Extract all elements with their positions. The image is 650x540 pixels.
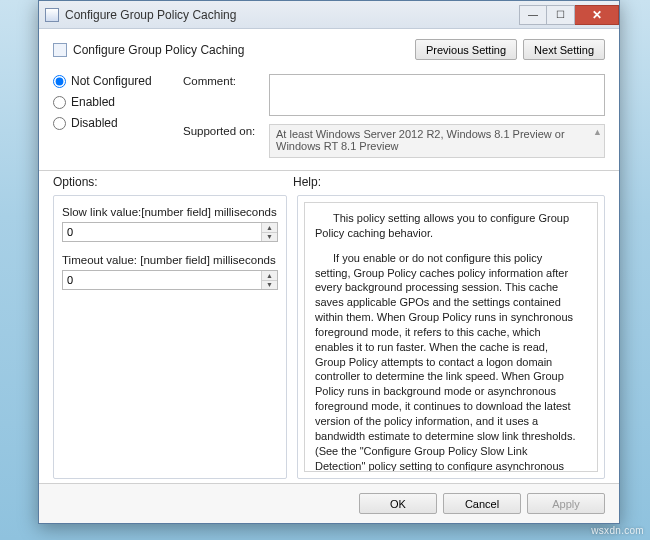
radio-enabled[interactable]: Enabled bbox=[53, 95, 165, 109]
window-title: Configure Group Policy Caching bbox=[65, 8, 236, 22]
timeout-input[interactable] bbox=[63, 271, 261, 289]
bottom-bar: OK Cancel Apply bbox=[39, 483, 619, 523]
minimize-icon: — bbox=[528, 9, 538, 20]
slow-link-spin-buttons: ▲ ▼ bbox=[261, 223, 277, 241]
timeout-spin-buttons: ▲ ▼ bbox=[261, 271, 277, 289]
radio-not-configured-input[interactable] bbox=[53, 75, 66, 88]
supported-row: Supported on: At least Windows Server 20… bbox=[183, 124, 605, 158]
previous-setting-button[interactable]: Previous Setting bbox=[415, 39, 517, 60]
supported-label: Supported on: bbox=[183, 124, 261, 137]
help-panel: This policy setting allows you to config… bbox=[297, 195, 605, 479]
options-panel: Slow link value:[number field] milliseco… bbox=[53, 195, 287, 479]
system-buttons: — ☐ ✕ bbox=[519, 5, 619, 25]
slow-link-spin-down[interactable]: ▼ bbox=[262, 233, 277, 242]
comment-label: Comment: bbox=[183, 74, 261, 87]
maximize-button[interactable]: ☐ bbox=[547, 5, 575, 25]
radio-disabled[interactable]: Disabled bbox=[53, 116, 165, 130]
radio-disabled-input[interactable] bbox=[53, 117, 66, 130]
radio-disabled-label: Disabled bbox=[71, 116, 118, 130]
help-text[interactable]: This policy setting allows you to config… bbox=[304, 202, 598, 472]
slow-link-spinner[interactable]: ▲ ▼ bbox=[62, 222, 278, 242]
supported-on-text: At least Windows Server 2012 R2, Windows… bbox=[269, 124, 605, 158]
comment-column: Comment: Supported on: At least Windows … bbox=[183, 74, 605, 158]
help-paragraph-1: This policy setting allows you to config… bbox=[315, 211, 579, 241]
close-icon: ✕ bbox=[592, 8, 602, 22]
timeout-spinner[interactable]: ▲ ▼ bbox=[62, 270, 278, 290]
nav-buttons: Previous Setting Next Setting bbox=[415, 39, 605, 60]
app-icon bbox=[45, 8, 59, 22]
radio-enabled-label: Enabled bbox=[71, 95, 115, 109]
state-radio-group: Not Configured Enabled Disabled bbox=[53, 74, 165, 158]
timeout-spin-down[interactable]: ▼ bbox=[262, 281, 277, 290]
top-section: Configure Group Policy Caching Previous … bbox=[39, 29, 619, 171]
close-button[interactable]: ✕ bbox=[575, 5, 619, 25]
slow-link-label: Slow link value:[number field] milliseco… bbox=[62, 206, 278, 218]
split-labels: Options: Help: bbox=[39, 171, 619, 189]
watermark: wsxdn.com bbox=[591, 525, 644, 536]
state-area: Not Configured Enabled Disabled Comment: bbox=[53, 74, 605, 158]
radio-enabled-input[interactable] bbox=[53, 96, 66, 109]
policy-icon bbox=[53, 43, 67, 57]
slow-link-spin-up[interactable]: ▲ bbox=[262, 223, 277, 233]
mid-area: Slow link value:[number field] milliseco… bbox=[39, 189, 619, 483]
header-row: Configure Group Policy Caching Previous … bbox=[53, 39, 605, 60]
help-paragraph-2: If you enable or do not configure this p… bbox=[315, 251, 579, 472]
comment-field[interactable] bbox=[269, 74, 605, 116]
options-heading: Options: bbox=[53, 175, 293, 189]
ok-button[interactable]: OK bbox=[359, 493, 437, 514]
radio-not-configured-label: Not Configured bbox=[71, 74, 152, 88]
slow-link-input[interactable] bbox=[63, 223, 261, 241]
apply-button[interactable]: Apply bbox=[527, 493, 605, 514]
scroll-up-icon[interactable]: ▲ bbox=[593, 127, 602, 137]
titlebar[interactable]: Configure Group Policy Caching — ☐ ✕ bbox=[39, 1, 619, 29]
comment-row: Comment: bbox=[183, 74, 605, 116]
cancel-button[interactable]: Cancel bbox=[443, 493, 521, 514]
dialog-window: Configure Group Policy Caching — ☐ ✕ Con… bbox=[38, 0, 620, 524]
minimize-button[interactable]: — bbox=[519, 5, 547, 25]
maximize-icon: ☐ bbox=[556, 9, 565, 20]
help-heading: Help: bbox=[293, 175, 605, 189]
next-setting-button[interactable]: Next Setting bbox=[523, 39, 605, 60]
timeout-label: Timeout value: [number field] millisecon… bbox=[62, 254, 278, 266]
radio-not-configured[interactable]: Not Configured bbox=[53, 74, 165, 88]
supported-on-value: At least Windows Server 2012 R2, Windows… bbox=[276, 128, 565, 152]
policy-title: Configure Group Policy Caching bbox=[73, 43, 415, 57]
timeout-spin-up[interactable]: ▲ bbox=[262, 271, 277, 281]
